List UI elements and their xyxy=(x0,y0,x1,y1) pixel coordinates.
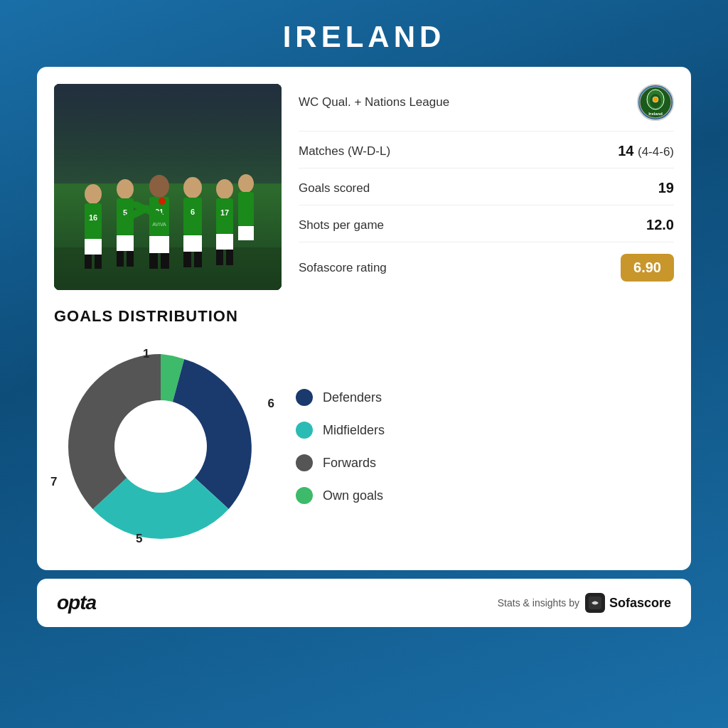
sofascore-logo: Sofascore xyxy=(585,593,671,613)
svg-rect-15 xyxy=(127,251,134,267)
goals-label: Goals scored xyxy=(299,181,370,196)
svg-rect-35 xyxy=(238,192,254,226)
top-section: 16 5 21 xyxy=(54,84,674,290)
svg-rect-23 xyxy=(183,198,202,235)
main-card: 16 5 21 xyxy=(37,67,691,570)
svg-text:17: 17 xyxy=(220,208,229,217)
defenders-dot xyxy=(296,389,313,406)
svg-rect-13 xyxy=(117,235,134,251)
goals-value: 19 xyxy=(658,180,674,196)
sofascore-name: Sofascore xyxy=(609,596,671,611)
svg-rect-27 xyxy=(194,252,202,267)
svg-point-28 xyxy=(216,179,233,199)
svg-text:Ireland: Ireland xyxy=(648,112,663,116)
shots-value: 12.0 xyxy=(646,217,674,233)
team-photo: 16 5 21 xyxy=(54,84,282,290)
svg-point-34 xyxy=(238,174,254,193)
svg-rect-8 xyxy=(85,255,92,269)
competition-name: WC Qual. + Nations League xyxy=(299,95,449,109)
chart-label-top: 1 xyxy=(143,347,149,361)
own-goals-label: Own goals xyxy=(323,488,383,503)
svg-rect-25 xyxy=(183,235,202,252)
svg-rect-20 xyxy=(149,253,158,269)
distribution-title: GOALS DISTRIBUTION xyxy=(54,307,674,326)
rating-row: Sofascore rating 6.90 xyxy=(299,245,674,290)
svg-rect-7 xyxy=(85,239,102,255)
svg-text:6: 6 xyxy=(191,208,195,216)
matches-value: 14 (4-4-6) xyxy=(618,143,674,159)
chart-label-left: 7 xyxy=(50,475,57,489)
svg-rect-31 xyxy=(216,234,233,250)
legend-item-midfielders: Midfielders xyxy=(296,422,385,439)
distribution-content: 1 6 5 7 Defenders Midfielders Forwards xyxy=(54,340,674,553)
svg-rect-19 xyxy=(149,236,169,253)
svg-rect-9 xyxy=(95,255,102,269)
goals-row: Goals scored 19 xyxy=(299,171,674,205)
svg-rect-33 xyxy=(226,250,233,265)
distribution-section: GOALS DISTRIBUTION xyxy=(54,307,674,553)
svg-point-22 xyxy=(183,177,202,198)
svg-point-4 xyxy=(85,184,102,204)
chart-legend: Defenders Midfielders Forwards Own goals xyxy=(296,389,385,504)
midfielders-dot xyxy=(296,422,313,439)
own-goals-dot xyxy=(296,487,313,504)
stats-section: WC Qual. + Nations League Ireland Matche… xyxy=(299,84,674,290)
legend-item-own-goals: Own goals xyxy=(296,487,385,504)
svg-text:AVIVA: AVIVA xyxy=(152,222,166,227)
svg-point-16 xyxy=(149,175,169,198)
opta-logo: opta xyxy=(57,592,96,614)
svg-rect-32 xyxy=(216,250,223,265)
rating-value: 6.90 xyxy=(621,254,674,282)
svg-rect-26 xyxy=(183,252,191,267)
legend-item-forwards: Forwards xyxy=(296,454,385,471)
chart-label-bottom: 5 xyxy=(136,532,142,546)
svg-rect-2 xyxy=(54,84,282,183)
svg-rect-36 xyxy=(238,226,254,240)
matches-label: Matches (W-D-L) xyxy=(299,144,390,159)
defenders-label: Defenders xyxy=(323,390,382,405)
midfielders-label: Midfielders xyxy=(323,423,385,438)
svg-point-44 xyxy=(653,97,658,102)
forwards-label: Forwards xyxy=(323,456,376,471)
rating-label: Sofascore rating xyxy=(299,261,387,275)
forwards-dot xyxy=(296,454,313,471)
svg-point-46 xyxy=(114,400,207,493)
header: IRELAND xyxy=(0,0,728,67)
legend-item-defenders: Defenders xyxy=(296,389,385,406)
footer-bar: opta Stats & insights by Sofascore xyxy=(37,579,691,627)
svg-point-10 xyxy=(117,179,134,199)
page-title: IRELAND xyxy=(0,20,728,54)
sofascore-icon xyxy=(585,593,605,613)
svg-text:16: 16 xyxy=(89,213,97,222)
stats-text: Stats & insights by xyxy=(498,597,579,609)
shots-label: Shots per game xyxy=(299,218,384,232)
shots-row: Shots per game 12.0 xyxy=(299,208,674,242)
chart-label-right: 6 xyxy=(268,397,274,411)
matches-row: Matches (W-D-L) 14 (4-4-6) xyxy=(299,134,674,168)
donut-chart: 1 6 5 7 xyxy=(54,340,267,553)
svg-point-39 xyxy=(159,198,166,205)
svg-rect-14 xyxy=(117,251,124,267)
sofascore-footer: Stats & insights by Sofascore xyxy=(498,593,671,613)
team-badge: Ireland xyxy=(637,84,674,121)
svg-rect-21 xyxy=(161,253,169,269)
competition-row: WC Qual. + Nations League Ireland xyxy=(299,84,674,132)
